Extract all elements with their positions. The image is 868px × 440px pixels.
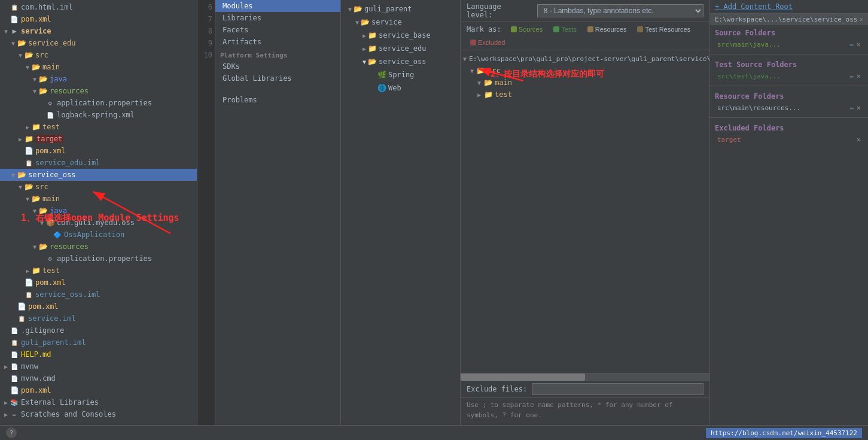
label: guli_parent.iml — [21, 338, 86, 347]
right-header: + Add Content Root — [710, 0, 868, 14]
edit-test-folder-btn[interactable]: ✏ — [850, 72, 854, 80]
tree-item-com-html[interactable]: 📋 com.html.iml — [0, 1, 197, 13]
tree-item-test-edu[interactable]: 📁 test — [0, 121, 197, 133]
gutter-line-6: 6 — [208, 1, 212, 13]
tree-item-src-edu[interactable]: 📂 src — [0, 49, 197, 61]
tree-item-test-oss[interactable]: 📁 test — [0, 265, 197, 277]
iml-icon: 📋 — [10, 338, 19, 347]
label: com.guli.myedu.oss — [57, 219, 135, 227]
tree-item-main-oss[interactable]: 📂 main — [0, 193, 197, 205]
scrollbar-thumb[interactable] — [461, 374, 585, 381]
question-btn[interactable]: ? — [6, 427, 17, 438]
resources-btn[interactable]: Resources — [584, 25, 631, 34]
tree-item-scratches[interactable]: ✏ Scratches and Consoles — [0, 408, 197, 420]
label: resources — [50, 87, 89, 95]
tree-item-package-oss[interactable]: 📦 com.guli.myedu.oss — [0, 217, 197, 229]
tree-item-service-oss[interactable]: 📂 service_oss — [0, 169, 197, 181]
remove-resource-folder-btn[interactable]: ✕ — [857, 104, 861, 112]
tree-item-java-edu[interactable]: 📂 java — [0, 73, 197, 85]
remove-source-folder-btn[interactable]: ✕ — [857, 40, 861, 48]
tree-item-oss-app[interactable]: 🔷 OssApplication — [0, 229, 197, 241]
tree-item-mvnw[interactable]: 📄 mvnw — [0, 360, 197, 372]
label: resources — [50, 242, 89, 251]
java-folder-icon: 📂 — [38, 74, 48, 84]
settings-artifacts[interactable]: Artifacts — [215, 36, 340, 48]
content-src[interactable]: ▼ 📂 src — [461, 65, 709, 77]
tree-item-pom-root[interactable]: 📄 pom.xml — [0, 384, 197, 396]
tree-item-pom-oss[interactable]: 📄 pom.xml — [0, 277, 197, 289]
settings-facets[interactable]: Facets — [215, 24, 340, 36]
content-test[interactable]: ▶ 📁 test — [461, 89, 709, 101]
module-web[interactable]: 🌐 Web — [341, 81, 460, 95]
tree-item-pom-edu[interactable]: 📄 pom.xml — [0, 145, 197, 157]
tree-item-res-edu[interactable]: 📂 resources — [0, 85, 197, 97]
module-tree[interactable]: ▼ 📂 guli_parent ▼ 📂 service ▶ 📁 service_… — [341, 0, 460, 425]
label: src — [35, 183, 48, 191]
xml-icon: 📄 — [10, 386, 19, 395]
label: service_oss.iml — [35, 290, 100, 299]
lang-select[interactable]: 8 - Lambdas, type annotations etc. — [537, 4, 703, 17]
content-root-path[interactable]: ▼ E:\workspace\pro\guli_pro\project-serv… — [461, 53, 709, 65]
module-guli-parent[interactable]: ▼ 📂 guli_parent — [341, 2, 460, 16]
module-spring[interactable]: 🌿 Spring — [341, 68, 460, 81]
module-service-oss[interactable]: ▼ 📂 service_oss — [341, 55, 460, 68]
folder-icon: ▶ — [10, 26, 19, 36]
tree-item-gitignore[interactable]: 📄 .gitignore — [0, 324, 197, 336]
close-path-btn[interactable]: ✕ — [859, 16, 863, 23]
excluded-btn[interactable]: Excluded — [467, 38, 508, 47]
settings-modules[interactable]: Modules — [215, 0, 340, 12]
add-content-root-btn[interactable]: + Add Content Root — [715, 2, 793, 11]
tree-item-ext-libs[interactable]: 📚 External Libraries — [0, 396, 197, 408]
horizontal-scrollbar[interactable] — [461, 374, 709, 381]
edit-source-folder-btn[interactable]: ✏ — [850, 40, 854, 48]
tree-item-main-edu[interactable]: 📂 main — [0, 61, 197, 73]
project-tree[interactable]: 📋 com.html.iml 📄 pom.xml ▶ service 📂 ser… — [0, 0, 197, 425]
content-main[interactable]: ▼ 📂 main — [461, 77, 709, 89]
tree-item-target-edu[interactable]: 📁 target — [0, 133, 197, 145]
remove-excluded-folder-btn[interactable]: ✕ — [857, 135, 861, 144]
exclude-input[interactable] — [532, 383, 703, 395]
tree-item-src-oss[interactable]: 📂 src — [0, 181, 197, 193]
settings-problems[interactable]: Problems — [215, 94, 340, 106]
label: guli_parent — [364, 5, 412, 13]
tree-item-pom-0[interactable]: 📄 pom.xml — [0, 13, 197, 25]
label: HELP.md — [21, 350, 51, 359]
excluded-folders-title: Excluded Folders — [715, 124, 863, 132]
tree-item-help-md[interactable]: 📄 HELP.md — [0, 348, 197, 360]
tests-btn[interactable]: Tests — [550, 25, 580, 34]
tree-item-logback[interactable]: 📄 logback-spring.xml — [0, 109, 197, 121]
module-service-edu[interactable]: ▶ 📁 service_edu — [341, 42, 460, 55]
label: service_edu.iml — [35, 159, 100, 167]
arrow-icon — [2, 28, 10, 35]
remove-test-folder-btn[interactable]: ✕ — [857, 72, 861, 80]
tree-item-app-props-edu[interactable]: ⚙ application.properties — [0, 97, 197, 109]
settings-libraries[interactable]: Libraries — [215, 12, 340, 24]
tree-item-service[interactable]: ▶ service — [0, 25, 197, 37]
label: .gitignore — [21, 326, 64, 335]
module-service-base[interactable]: ▶ 📁 service_base — [341, 29, 460, 42]
tree-item-java-oss[interactable]: 📂 java — [0, 205, 197, 217]
exclude-label: Exclude files: — [467, 385, 527, 393]
tree-item-pom-service[interactable]: 📄 pom.xml — [0, 301, 197, 312]
edit-resource-folder-btn[interactable]: ✏ — [850, 104, 854, 112]
blog-link[interactable]: https://blog.csdn.net/weixin_44537122 — [706, 428, 862, 438]
label: src — [488, 66, 501, 75]
settings-sdks[interactable]: SDKs — [215, 60, 340, 72]
label: pom.xml — [21, 15, 51, 23]
module-service[interactable]: ▼ 📂 service — [341, 16, 460, 29]
settings-global-libs[interactable]: Global Libraries — [215, 72, 340, 84]
sources-btn[interactable]: Sources — [507, 25, 546, 34]
tree-item-mvnw-cmd[interactable]: 📄 mvnw.cmd — [0, 372, 197, 384]
tree-item-res-oss[interactable]: 📂 resources — [0, 241, 197, 253]
tree-item-iml-oss[interactable]: 📋 service_oss.iml — [0, 289, 197, 301]
root-path-label: E:\workspace\pro\guli_pro\project-server… — [469, 55, 709, 63]
tree-item-service-edu[interactable]: 📂 service_edu — [0, 37, 197, 49]
tree-item-guli-iml[interactable]: 📋 guli_parent.iml — [0, 336, 197, 348]
tree-item-app-props-oss[interactable]: ⚙ application.properties — [0, 253, 197, 265]
content-tree-area[interactable]: ▼ E:\workspace\pro\guli_pro\project-serv… — [461, 50, 709, 373]
tree-item-service-iml[interactable]: 📋 service.iml — [0, 312, 197, 324]
test-resources-btn[interactable]: Test Resources — [634, 25, 694, 34]
tree-item-iml-edu[interactable]: 📋 service_edu.iml — [0, 157, 197, 169]
iml-icon: 📋 — [24, 158, 33, 168]
resources-dot — [587, 26, 593, 32]
